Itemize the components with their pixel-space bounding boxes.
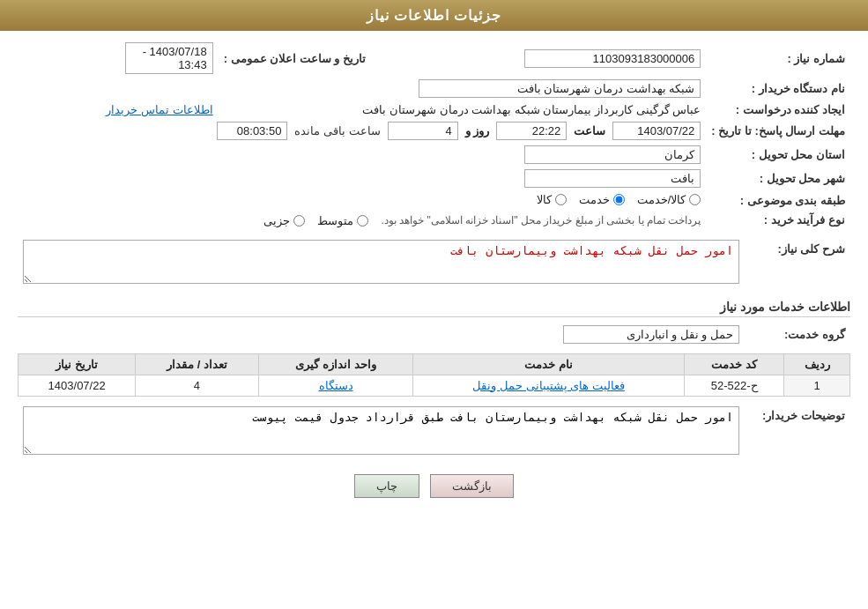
purchase-type-options: پرداخت تمام یا بخشی از مبلغ خریداز محل "…	[263, 214, 701, 227]
city-label: شهر محل تحویل :	[706, 167, 850, 190]
category-option-kala[interactable]: کالا	[537, 193, 567, 206]
deadline-days-label: روز و	[465, 124, 490, 137]
buttons-row: بازگشت چاپ	[18, 474, 850, 498]
deadline-remaining-label: ساعت باقی مانده	[294, 124, 380, 137]
row-service-group: گروه خدمت: حمل و نقل و انبارداری	[18, 323, 850, 346]
col-date: تاریخ نیاز	[19, 353, 136, 375]
buyer-name-value: شبکه بهداشت درمان شهرستان بافت	[419, 79, 701, 98]
row-buyer-desc: توضیحات خریدار:	[18, 404, 850, 460]
deadline-date: 1403/07/22	[612, 122, 701, 140]
province-label: استان محل تحویل :	[706, 143, 850, 167]
print-button[interactable]: چاپ	[354, 474, 419, 498]
service-group-table: گروه خدمت: حمل و نقل و انبارداری	[18, 323, 850, 346]
cell-row: 1	[784, 375, 850, 396]
deadline-time: 22:22	[496, 122, 567, 140]
deadline-days: 4	[388, 122, 458, 140]
category-option-khadamat[interactable]: خدمت	[579, 193, 625, 206]
cell-quantity: 4	[136, 375, 258, 396]
row-category: طبقه بندی موضوعی : کالا/خدمت خدمت کالا	[18, 190, 850, 211]
purchase-type-partial[interactable]: جزیی	[263, 214, 305, 227]
purchase-type-note: پرداخت تمام یا بخشی از مبلغ خریداز محل "…	[381, 214, 701, 227]
cell-date: 1403/07/22	[19, 375, 136, 396]
buyer-desc-textarea[interactable]	[23, 406, 739, 455]
back-button[interactable]: بازگشت	[430, 474, 514, 498]
col-row-number: ردیف	[784, 353, 850, 375]
cell-name[interactable]: فعالیت های پشتیبانی حمل ونقل	[413, 375, 685, 396]
info-table: شماره نیاز : 1103093183000006 تاریخ و سا…	[18, 40, 850, 230]
main-content: شماره نیاز : 1103093183000006 تاریخ و سا…	[0, 31, 868, 516]
cell-code: ح-522-52	[684, 375, 783, 396]
announce-value: 1403/07/18 - 13:43	[125, 42, 213, 74]
province-value: کرمان	[524, 145, 701, 164]
service-group-label: گروه خدمت:	[745, 323, 850, 346]
row-province: استان محل تحویل : کرمان	[18, 143, 850, 167]
col-unit: واحد اندازه گیری	[258, 353, 413, 375]
page-header: جزئیات اطلاعات نیاز	[0, 0, 868, 31]
city-value: بافت	[524, 169, 701, 188]
services-table: ردیف کد خدمت نام خدمت واحد اندازه گیری ت…	[18, 353, 850, 397]
category-options: کالا/خدمت خدمت کالا	[537, 193, 701, 206]
description-table: شرح کلی نیاز:	[18, 237, 850, 289]
contact-link[interactable]: اطلاعات تماس خریدار	[106, 103, 212, 116]
category-option-kala-khadamat[interactable]: کالا/خدمت	[637, 193, 701, 206]
purchase-type-label: نوع فرآیند خرید :	[706, 211, 850, 230]
row-city: شهر محل تحویل : بافت	[18, 167, 850, 190]
purchase-type-medium[interactable]: متوسط	[317, 214, 368, 227]
description-label: شرح کلی نیاز:	[745, 237, 850, 289]
row-need-number: شماره نیاز : 1103093183000006 تاریخ و سا…	[18, 40, 850, 77]
deadline-time-label: ساعت	[574, 124, 605, 137]
category-label: طبقه بندی موضوعی :	[706, 190, 850, 211]
buyer-name-label: نام دستگاه خریدار :	[706, 77, 850, 100]
buyer-desc-table: توضیحات خریدار:	[18, 404, 850, 460]
page-title: جزئیات اطلاعات نیاز	[367, 8, 502, 23]
row-deadline: مهلت ارسال پاسخ: تا تاریخ : 1403/07/22 س…	[18, 119, 850, 143]
table-row: 1 ح-522-52 فعالیت های پشتیبانی حمل ونقل …	[19, 375, 850, 396]
announce-label: تاریخ و ساعت اعلان عمومی :	[219, 40, 371, 77]
row-description: شرح کلی نیاز:	[18, 237, 850, 289]
deadline-label: مهلت ارسال پاسخ: تا تاریخ :	[706, 119, 850, 143]
col-quantity: تعداد / مقدار	[136, 353, 258, 375]
requester-label: ایجاد کننده درخواست :	[706, 100, 850, 119]
cell-unit[interactable]: دستگاه	[258, 375, 413, 396]
col-service-code: کد خدمت	[684, 353, 783, 375]
page-wrapper: جزئیات اطلاعات نیاز شماره نیاز : 1103093…	[0, 0, 868, 609]
description-textarea[interactable]	[23, 240, 739, 284]
service-info-title: اطلاعات خدمات مورد نیاز	[18, 300, 850, 317]
row-purchase-type: نوع فرآیند خرید : پرداخت تمام یا بخشی از…	[18, 211, 850, 230]
buyer-desc-label: توضیحات خریدار:	[745, 404, 850, 460]
row-requester: ایجاد کننده درخواست : عباس گرگینی کاربرد…	[18, 100, 850, 119]
table-header-row: ردیف کد خدمت نام خدمت واحد اندازه گیری ت…	[19, 353, 850, 375]
row-buyer-name: نام دستگاه خریدار : شبکه بهداشت درمان شه…	[18, 77, 850, 100]
deadline-remaining: 08:03:50	[217, 122, 287, 140]
col-service-name: نام خدمت	[413, 353, 685, 375]
deadline-row: 1403/07/22 ساعت 22:22 روز و 4 ساعت باقی …	[23, 122, 701, 140]
need-number-label: شماره نیاز :	[706, 40, 850, 77]
service-group-value: حمل و نقل و انبارداری	[563, 325, 739, 344]
need-number-value: 1103093183000006	[524, 49, 701, 68]
requester-value: عباس گرگینی کاربرداز بیمارستان شبکه بهدا…	[362, 103, 701, 116]
